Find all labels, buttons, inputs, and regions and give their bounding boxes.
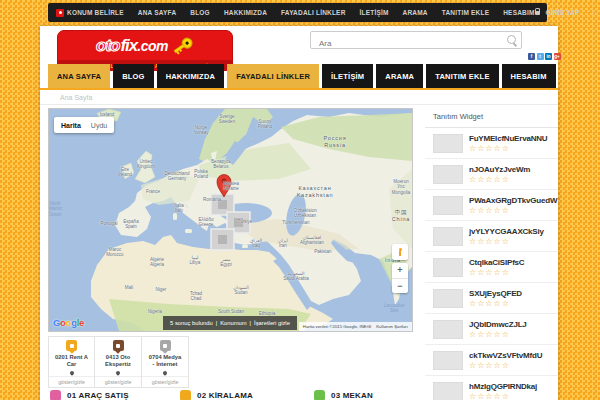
topbar-item-label: İLETİŞİM <box>360 9 389 16</box>
legend-cards: 0201 Rent A Cargöster/gizle0413 Oto Eksp… <box>48 336 189 388</box>
nav-underline <box>40 88 558 90</box>
nav-item-fayadali-li-nkler[interactable]: FAYADALI LİNKLER <box>227 64 319 88</box>
facebook-icon[interactable]: f <box>528 53 535 60</box>
widget-rating-stars: ☆☆☆☆☆ <box>469 331 527 339</box>
logo-text: otofix.com <box>58 31 232 60</box>
widget-rating-stars: ☆☆☆☆☆ <box>469 393 537 400</box>
widget-info: FuYMEIcfNuErvaNNU☆☆☆☆☆ <box>469 134 547 153</box>
linkedin-icon[interactable]: in <box>545 53 552 60</box>
legend-card-title: 0704 Medya - İnternet <box>148 354 182 370</box>
topbar-item-label: HESABIM <box>503 9 534 16</box>
sidebar-widget-item[interactable]: ckTkwVZsVFtvMfdU☆☆☆☆☆ <box>425 345 558 376</box>
widget-info: PWaAxGRgDTkvGuedW☆☆☆☆☆ <box>469 196 550 215</box>
widget-thumbnail <box>433 320 463 339</box>
category-02-ki-ralama[interactable]: 02 KİRALAMA <box>180 390 253 400</box>
legend-card-0704-medya-i-nternet[interactable]: 0704 Medya - İnternetgöster/gizle <box>142 336 189 388</box>
key-icon <box>170 34 196 58</box>
category-01-ara-sati[interactable]: 01 ARAÇ SATIŞ <box>50 390 129 400</box>
widget-thumbnail <box>433 258 463 277</box>
sidebar: Tanıtım Widget FuYMEIcfNuErvaNNU☆☆☆☆☆nJO… <box>425 105 558 400</box>
small-pin-icon <box>69 370 75 376</box>
location-icon <box>56 9 64 17</box>
separator: | <box>250 320 252 326</box>
topbar-item-konum-beli-rle[interactable]: KONUM BELİRLE <box>56 9 124 17</box>
sidebar-widget-item[interactable]: JQbIDmwcZJLJ☆☆☆☆☆ <box>425 314 558 345</box>
pegman-icon <box>398 248 402 257</box>
show-hide-toggle[interactable]: göster/gizle <box>95 376 141 387</box>
nav-item-blog[interactable]: BLOG <box>113 64 153 88</box>
sidebar-widget-item[interactable]: CtqIkaCiSIPfsC☆☆☆☆☆ <box>425 252 558 283</box>
pegman-control[interactable] <box>392 244 408 260</box>
googleplus-icon[interactable]: g+ <box>554 53 561 60</box>
zoom-out-button[interactable]: − <box>392 279 408 294</box>
widget-title: nJOAuYzJveWm <box>469 165 530 174</box>
sidebar-widget-item[interactable]: jvYLYYCGAAXCkSiy☆☆☆☆☆ <box>425 221 558 252</box>
show-hide-toggle[interactable]: göster/gizle <box>142 376 188 387</box>
sidebar-widget-item[interactable]: nJOAuYzJveWm☆☆☆☆☆ <box>425 159 558 190</box>
widget-title: SXUjEysQFED <box>469 289 522 298</box>
google-logo[interactable]: Google <box>53 317 84 328</box>
nav-item-hakkimizda[interactable]: HAKKIMIZDA <box>157 64 225 88</box>
search-icon[interactable] <box>507 35 516 44</box>
zoom-in-button[interactable]: + <box>392 263 408 279</box>
map-results-bar: 5 sonuç bulundu | Konumum | İşaretleri g… <box>163 316 297 330</box>
search-input[interactable] <box>317 36 501 52</box>
nav-item-i-leti-i-m[interactable]: İLETİŞİM <box>322 64 373 88</box>
widget-title: FuYMEIcfNuErvaNNU <box>469 134 547 143</box>
topbar-item-tanitim-ekle[interactable]: TANITIM EKLE <box>442 9 489 16</box>
nav-item-hesabim[interactable]: HESABIM <box>502 64 556 88</box>
topbar-item-arama[interactable]: ARAMA <box>403 9 428 16</box>
map-type-satellite-button[interactable]: Uydu <box>91 122 107 129</box>
map[interactable]: IcelandNorge NorwaySverige SwedenSuomi F… <box>48 108 413 332</box>
sidebar-widget-item[interactable]: hMzIgQGPIRNDkaj☆☆☆☆☆ <box>425 376 558 400</box>
category-pin-icon <box>180 390 191 400</box>
sidebar-widget-item[interactable]: SXUjEysQFED☆☆☆☆☆ <box>425 283 558 314</box>
legend-card-0413-oto-ekspertiz[interactable]: 0413 Oto Ekspertizgöster/gizle <box>95 336 142 388</box>
category-label: 03 MEKAN <box>331 391 373 400</box>
logo-part-oto: oto <box>96 36 119 56</box>
register-button[interactable]: ☆ KAYIT OL <box>592 9 600 17</box>
sidebar-widget-item[interactable]: FuYMEIcfNuErvaNNU☆☆☆☆☆ <box>425 128 558 159</box>
map-type-map-button[interactable]: Harita <box>61 122 81 129</box>
widget-rating-stars: ☆☆☆☆☆ <box>469 269 524 277</box>
logo-part-fix: fix <box>120 36 137 56</box>
map-type-control: Harita Uydu <box>54 117 114 133</box>
twitter-icon[interactable]: t <box>537 53 544 60</box>
widget-rating-stars: ☆☆☆☆☆ <box>469 238 544 246</box>
topbar-item-fayadali-li-nkler[interactable]: FAYADALI LİNKLER <box>281 9 345 16</box>
my-location-link[interactable]: Konumum <box>220 320 246 326</box>
nav-item-ana-sayfa[interactable]: ANA SAYFA <box>48 64 110 88</box>
widget-rating-stars: ☆☆☆☆☆ <box>469 362 542 370</box>
search-box <box>310 31 522 49</box>
topbar-item-label: TANITIM EKLE <box>442 9 489 16</box>
widget-rating-stars: ☆☆☆☆☆ <box>469 300 522 308</box>
terms-link[interactable]: Kullanım Şartları <box>376 324 408 329</box>
widget-title: PWaAxGRgDTkvGuedW <box>469 196 550 205</box>
widget-rating-stars: ☆☆☆☆☆ <box>469 207 550 215</box>
sidebar-list: FuYMEIcfNuErvaNNU☆☆☆☆☆nJOAuYzJveWm☆☆☆☆☆P… <box>425 128 558 400</box>
login-button[interactable]: GİRİŞ YAP <box>535 9 580 16</box>
topbar-item-ana-sayfa[interactable]: ANA SAYFA <box>138 9 177 16</box>
topbar-item-hakkimizda[interactable]: HAKKIMIZDA <box>224 9 267 16</box>
category-03-mekan[interactable]: 03 MEKAN <box>314 390 373 400</box>
widget-rating-stars: ☆☆☆☆☆ <box>469 145 547 153</box>
topbar-item-blog[interactable]: BLOG <box>190 9 210 16</box>
topbar-item-label: KONUM BELİRLE <box>67 9 124 16</box>
widget-thumbnail <box>433 196 463 215</box>
legend-card-0201-rent-a-car[interactable]: 0201 Rent A Cargöster/gizle <box>48 336 95 388</box>
widget-title: CtqIkaCiSIPfsC <box>469 258 524 267</box>
small-pin-icon <box>115 370 121 376</box>
widget-thumbnail <box>433 382 463 400</box>
topbar: KONUM BELİRLEANA SAYFABLOGHAKKIMIZDAFAYA… <box>48 3 547 22</box>
show-hide-toggle[interactable]: göster/gizle <box>49 376 94 387</box>
nav-item-arama[interactable]: ARAMA <box>376 64 423 88</box>
map-attribution: Harita verileri ©2015 Google, INEGI Kull… <box>299 322 412 331</box>
topbar-item-hesabim[interactable]: HESABIM <box>503 9 534 16</box>
topbar-item-i-leti-i-m[interactable]: İLETİŞİM <box>360 9 389 16</box>
nav-item-tanitim-ekle[interactable]: TANITIM EKLE <box>426 64 498 88</box>
widget-thumbnail <box>433 289 463 308</box>
widget-thumbnail <box>433 134 463 153</box>
category-label: 01 ARAÇ SATIŞ <box>67 391 129 400</box>
sidebar-widget-item[interactable]: PWaAxGRgDTkvGuedW☆☆☆☆☆ <box>425 190 558 221</box>
hide-markers-link[interactable]: İşaretleri gizle <box>254 320 290 326</box>
